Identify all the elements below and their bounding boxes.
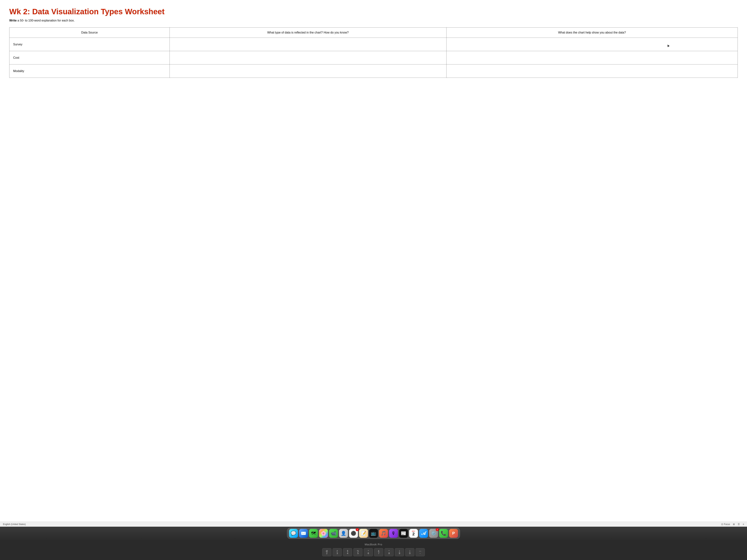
macbook-label: MacBook Pro <box>365 543 382 546</box>
badge-reminders: 4 <box>356 528 359 531</box>
dock-icon-photos[interactable]: 🌸 <box>319 529 328 538</box>
key-0[interactable]: )0 <box>405 548 414 556</box>
cell-type-0[interactable] <box>170 38 446 51</box>
key-5[interactable]: %5 <box>353 548 363 556</box>
key-4[interactable]: $4 <box>343 548 352 556</box>
outline-icon[interactable]: ☰ <box>738 523 740 526</box>
col-header-help: What does the chart help show you about … <box>446 28 738 38</box>
key-8[interactable]: *8 <box>384 548 394 556</box>
status-bar: English (United States) ⊡ Focus ⊞ ☰ ≡ <box>0 522 747 527</box>
cell-help-2[interactable] <box>446 64 738 78</box>
dock-icon-podcasts[interactable]: 🎙 <box>389 529 398 538</box>
status-right-area: ⊡ Focus ⊞ ☰ ≡ <box>721 523 744 526</box>
grid-view-icon[interactable]: ⊞ <box>733 523 735 526</box>
key-6[interactable]: ^6 <box>364 548 373 556</box>
col-header-source: Data Source <box>9 28 170 38</box>
screen: Wk 2: Data Visualization Types Worksheet… <box>0 0 747 527</box>
instruction-rest: a 50- to 100-word explanation for each b… <box>17 19 75 22</box>
dock-bar: 💬✉️🗺🌸📹👤⚫4📝📺🎵🎙📰DEC2𝒜⚙️2📞P <box>287 528 460 539</box>
focus-button[interactable]: ⊡ Focus <box>721 523 730 526</box>
dock-icon-apple-tv[interactable]: 📺 <box>369 529 378 538</box>
cell-source-1[interactable]: Cost <box>9 51 170 64</box>
cell-source-2[interactable]: Modality <box>9 64 170 78</box>
dock-icon-powerpoint[interactable]: P <box>449 529 458 538</box>
key--[interactable]: —- <box>416 548 425 556</box>
instruction-bold: Write <box>9 19 17 22</box>
dock-icon-settings[interactable]: ⚙️2 <box>429 529 438 538</box>
dock-icon-facetime[interactable]: 📹 <box>329 529 338 538</box>
dock-icon-contacts[interactable]: 👤 <box>339 529 348 538</box>
key-3[interactable]: #3 <box>333 548 342 556</box>
worksheet-table: Data Source What type of data is reflect… <box>9 27 738 78</box>
dock-icon-mail[interactable]: ✉️ <box>299 529 308 538</box>
table-header-row: Data Source What type of data is reflect… <box>9 28 738 38</box>
menu-icon[interactable]: ≡ <box>743 523 744 526</box>
focus-label: Focus <box>724 523 730 526</box>
dock-container: 💬✉️🗺🌸📹👤⚫4📝📺🎵🎙📰DEC2𝒜⚙️2📞P <box>0 527 747 541</box>
cell-help-0[interactable] <box>446 38 738 51</box>
cell-type-1[interactable] <box>170 51 446 64</box>
dock-icon-app-store[interactable]: 𝒜 <box>419 529 428 538</box>
key-9[interactable]: (9 <box>395 548 404 556</box>
focus-icon: ⊡ <box>721 523 723 526</box>
table-row: Modality <box>9 64 738 78</box>
dock-icon-messages[interactable]: 💬 <box>289 529 298 538</box>
badge-settings: 2 <box>436 528 439 531</box>
dock-icon-calendar[interactable]: DEC2 <box>409 529 418 538</box>
table-row: Survey <box>9 38 738 51</box>
dock-icon-reminders[interactable]: ⚫4 <box>349 529 358 538</box>
cell-help-1[interactable] <box>446 51 738 64</box>
cell-source-0[interactable]: Survey <box>9 38 170 51</box>
key-7[interactable]: &7 <box>374 548 383 556</box>
cell-type-2[interactable] <box>170 64 446 78</box>
instruction: Write a 50- to 100-word explanation for … <box>9 19 738 22</box>
table-row: Cost <box>9 51 738 64</box>
page-title: Wk 2: Data Visualization Types Worksheet <box>9 7 738 16</box>
document-area: Wk 2: Data Visualization Types Worksheet… <box>0 0 747 522</box>
dock-icon-whatsapp[interactable]: 📞 <box>439 529 448 538</box>
dock-icon-music[interactable]: 🎵 <box>379 529 388 538</box>
dock-icon-news[interactable]: 📰 <box>399 529 408 538</box>
key-row: @2#3$4%5^6&7*8(9)0—- <box>322 548 425 556</box>
dock-icon-notes[interactable]: 📝 <box>359 529 368 538</box>
keyboard-area: MacBook Pro @2#3$4%5^6&7*8(9)0—- <box>0 541 747 560</box>
col-header-type: What type of data is reflected in the ch… <box>170 28 446 38</box>
key-2[interactable]: @2 <box>322 548 331 556</box>
language-indicator: English (United States) <box>3 523 26 526</box>
dock-icon-maps[interactable]: 🗺 <box>309 529 318 538</box>
